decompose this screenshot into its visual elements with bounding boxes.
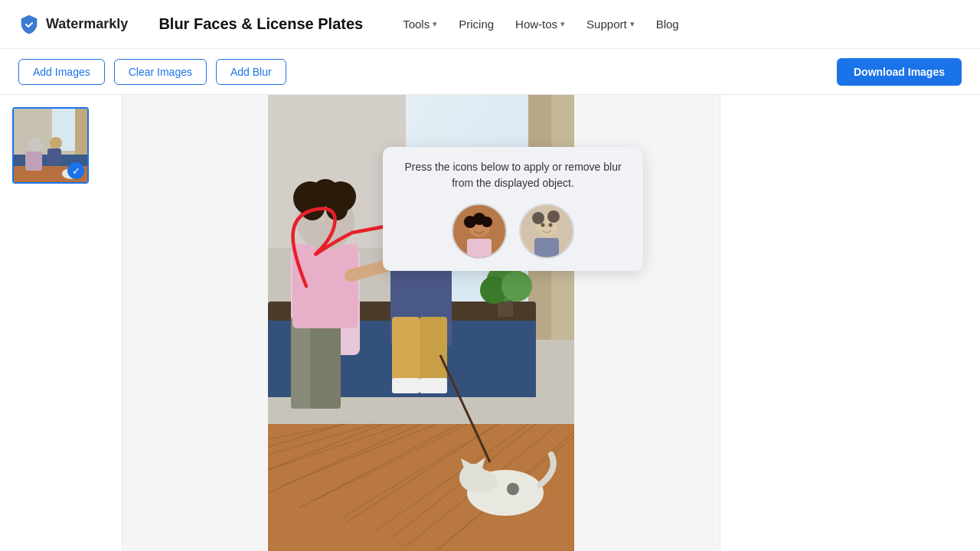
svg-point-91 [482,217,492,227]
page-title: Blur Faces & License Plates [158,15,363,33]
face-1-svg [453,205,505,257]
svg-rect-73 [420,378,447,393]
clear-images-button[interactable]: Clear Images [114,59,207,85]
support-chevron-icon: ▾ [630,19,635,29]
logo-icon [18,14,40,35]
image-display-area: Press the icons below to apply or remove… [122,95,720,551]
svg-rect-99 [534,238,559,257]
face-icons-row [398,204,628,259]
svg-point-77 [459,464,487,491]
nav-pricing[interactable]: Pricing [449,13,503,35]
howtos-chevron-icon: ▾ [560,19,565,29]
svg-rect-72 [392,378,420,393]
face-blur-tooltip: Press the icons below to apply or remove… [383,147,643,271]
svg-point-64 [326,199,348,220]
tools-chevron-icon: ▾ [433,19,437,29]
add-blur-button[interactable]: Add Blur [216,59,286,85]
svg-point-63 [300,196,325,220]
svg-point-84 [501,271,532,302]
brand-name: Watermarkly [46,16,128,32]
header: Watermarkly Blur Faces & License Plates … [0,0,980,49]
right-panel [720,95,980,551]
toolbar: Add Images Clear Images Add Blur Downloa… [0,49,980,95]
svg-rect-39 [292,244,358,328]
face-blur-toggle-2[interactable] [519,204,574,259]
svg-point-5 [28,138,43,153]
nav-blog[interactable]: Blog [647,13,688,35]
svg-point-7 [50,137,62,149]
face-blur-toggle-1[interactable] [452,204,507,259]
sidebar: ✓ [0,95,122,551]
selected-badge: ✓ [67,162,84,179]
svg-point-80 [507,483,519,495]
tooltip-description: Press the icons below to apply or remove… [398,159,628,191]
svg-rect-2 [75,109,87,162]
svg-rect-8 [47,148,61,165]
face-2-svg [521,205,573,257]
nav-links: Tools ▾ Pricing How-tos ▾ Support ▾ Blog [394,13,962,35]
svg-point-98 [549,223,553,227]
svg-point-95 [532,212,544,224]
image-thumbnail[interactable]: ✓ [12,107,89,184]
logo-area: Watermarkly [18,14,128,35]
svg-rect-6 [25,152,42,171]
svg-point-96 [547,210,560,223]
nav-support[interactable]: Support ▾ [577,13,644,35]
nav-tools[interactable]: Tools ▾ [394,13,446,35]
svg-point-97 [541,223,545,227]
nav-how-tos[interactable]: How-tos ▾ [506,13,574,35]
download-images-button[interactable]: Download Images [837,58,962,86]
main-area: ✓ [0,95,980,551]
svg-rect-92 [467,239,492,257]
add-images-button[interactable]: Add Images [18,59,105,85]
svg-rect-38 [310,317,341,409]
